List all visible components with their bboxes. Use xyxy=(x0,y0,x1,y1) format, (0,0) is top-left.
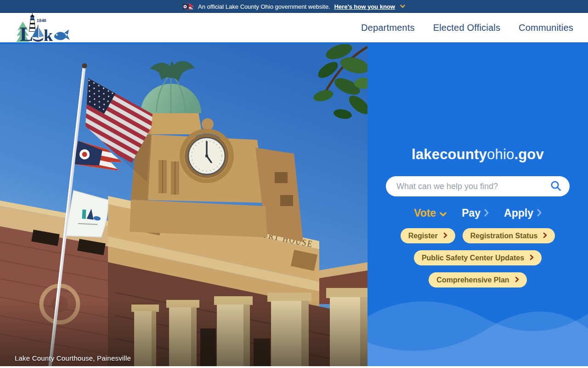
quick-link-apply[interactable]: Apply xyxy=(504,207,542,219)
comprehensive-plan-button[interactable]: Comprehensive Plan xyxy=(429,272,526,288)
courthouse-photo: LAKE COUNTY COURT HOUSE xyxy=(0,44,368,366)
chevron-right-icon xyxy=(515,276,519,284)
search-button[interactable] xyxy=(549,179,563,194)
button-row-3: Comprehensive Plan xyxy=(429,272,526,288)
action-panel: lakecountyohio.gov Vote Pa xyxy=(368,44,588,366)
comprehensive-plan-label: Comprehensive Plan xyxy=(436,276,509,284)
quick-link-vote-label: Vote xyxy=(414,207,436,219)
nav-departments[interactable]: Departments xyxy=(361,23,415,33)
nav-communities[interactable]: Communities xyxy=(519,23,573,33)
logo-year: 1840 xyxy=(37,18,46,23)
lake-county-logo[interactable]: 1840 L k xyxy=(15,13,71,43)
search-icon xyxy=(550,180,562,193)
hero-section: LAKE COUNTY COURT HOUSE xyxy=(0,44,588,366)
search-bar[interactable] xyxy=(386,176,570,196)
official-banner: An official Lake County Ohio government … xyxy=(0,0,588,13)
registration-status-button[interactable]: Registration Status xyxy=(463,228,555,243)
quick-link-pay-label: Pay xyxy=(462,207,481,219)
clock xyxy=(182,131,232,181)
button-row-1: Register Registration Status xyxy=(401,228,555,243)
chevron-right-icon xyxy=(537,207,542,219)
quick-link-pay[interactable]: Pay xyxy=(462,207,489,219)
logo-fish-icon xyxy=(52,29,70,40)
search-input[interactable] xyxy=(396,181,549,192)
quick-link-apply-label: Apply xyxy=(504,207,533,219)
register-button-label: Register xyxy=(408,232,438,240)
site-title-part2: ohio xyxy=(487,146,514,162)
registration-status-button-label: Registration Status xyxy=(470,232,538,240)
chevron-right-icon xyxy=(443,232,447,240)
logo-letter-l: L xyxy=(20,23,33,43)
chevron-down-icon xyxy=(440,207,447,219)
quick-link-vote[interactable]: Vote xyxy=(414,207,447,219)
public-safety-center-updates-label: Public Safety Center Updates xyxy=(422,254,524,262)
banner-text: An official Lake County Ohio government … xyxy=(198,3,330,10)
ohio-flag-icon xyxy=(183,3,194,10)
chevron-right-icon xyxy=(530,254,534,262)
site-title: lakecountyohio.gov xyxy=(412,146,544,163)
public-safety-center-updates-button[interactable]: Public Safety Center Updates xyxy=(414,250,542,265)
quick-links: Vote Pay Apply xyxy=(414,207,542,219)
chevron-right-icon xyxy=(484,207,489,219)
site-title-part1: lakecounty xyxy=(412,146,487,162)
site-title-part3: .gov xyxy=(514,146,544,162)
decorative-waves xyxy=(368,288,588,366)
main-nav: Departments Elected Officials Communitie… xyxy=(361,23,573,33)
nav-elected-officials[interactable]: Elected Officials xyxy=(433,23,500,33)
button-row-2: Public Safety Center Updates xyxy=(414,250,542,265)
chevron-right-icon xyxy=(543,232,547,240)
heres-how-you-know-link[interactable]: Here's how you know xyxy=(334,3,395,10)
register-button[interactable]: Register xyxy=(401,228,455,243)
logo-letter-k: k xyxy=(44,26,53,43)
chevron-down-icon[interactable] xyxy=(400,5,405,8)
site-header: 1840 L k Departments Elected Officials C… xyxy=(0,13,588,44)
photo-caption: Lake County Courthouse, Painesville xyxy=(15,354,131,362)
